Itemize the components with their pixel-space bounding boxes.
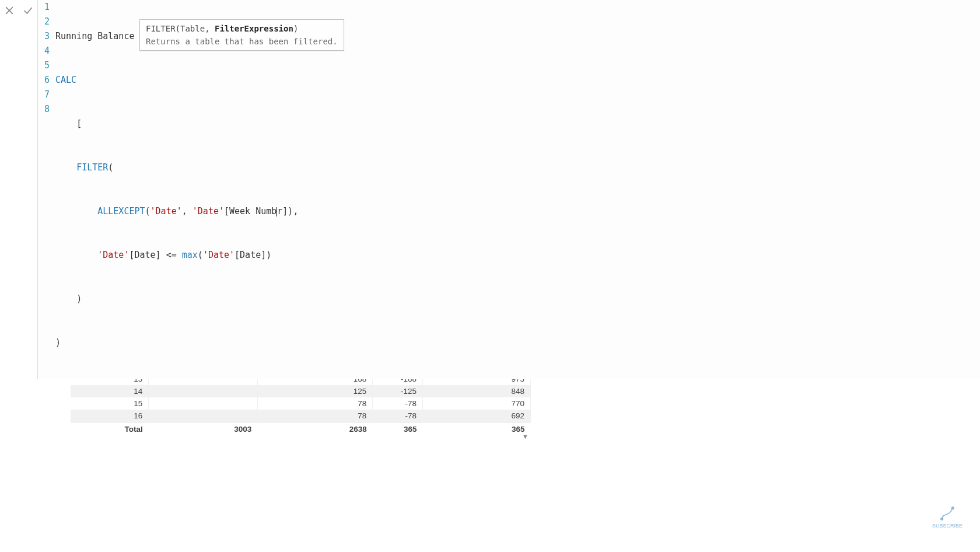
table-cell: [149, 397, 258, 410]
intellisense-tooltip: FILTER(Table, FilterExpression) Returns …: [139, 19, 344, 51]
table-cell: -125: [373, 385, 423, 397]
code-text: CALC: [55, 75, 76, 85]
code-text: 'Date': [203, 250, 235, 260]
code-text: [Date]): [235, 250, 271, 260]
code-text: 'Date': [97, 250, 129, 260]
table-cell: 16: [71, 410, 149, 422]
table-cell: 78: [257, 410, 372, 422]
table-row[interactable]: 1578-78770: [71, 397, 531, 410]
table-cell: [149, 385, 258, 397]
svg-point-0: [941, 518, 943, 520]
commit-icon[interactable]: [22, 5, 34, 18]
total-cell: 365: [373, 422, 423, 436]
tooltip-sig: FILTER(Table,: [146, 24, 215, 33]
table-cell: 848: [423, 385, 531, 397]
tooltip-desc: Returns a table that has been filtered.: [146, 35, 338, 48]
code-text: ALLEXCEPT: [97, 206, 145, 216]
total-label: Total: [71, 422, 149, 436]
code-text: (: [198, 250, 203, 260]
code-text: FILTER: [76, 162, 108, 173]
table-cell: [149, 410, 258, 422]
code-text: [Week Numb: [224, 206, 276, 216]
total-cell: 365: [423, 422, 531, 436]
svg-point-1: [952, 507, 954, 509]
table-cell: 14: [71, 385, 149, 397]
code-text: max: [182, 250, 198, 260]
code-body[interactable]: Running Balance = CALC [ FILTER( ALLEXCE…: [55, 0, 980, 379]
code-text: Running Balance =: [55, 31, 145, 41]
total-cell: 2638: [257, 422, 372, 436]
formula-bar: 1 2 3 4 5 6 7 8 Running Balance = CALC […: [0, 0, 980, 379]
formula-editor[interactable]: 1 2 3 4 5 6 7 8 Running Balance = CALC […: [37, 0, 980, 379]
code-text: [: [76, 118, 82, 129]
code-text: ,: [182, 206, 192, 216]
total-cell: 3003: [149, 422, 258, 436]
code-text: 'Date': [150, 206, 182, 216]
tooltip-sig: ): [293, 24, 298, 33]
code-text: ): [55, 337, 61, 348]
table-cell: -78: [373, 410, 423, 422]
cancel-icon[interactable]: [4, 5, 15, 18]
table-row[interactable]: 1678-78692: [71, 410, 531, 422]
table-cell: 15: [71, 397, 149, 410]
table-cell: 770: [423, 397, 531, 410]
code-text: (: [145, 206, 150, 216]
table-cell: 125: [257, 385, 372, 397]
watermark-text: SUBSCRIBE: [932, 523, 963, 529]
tooltip-sig-active: FilterExpression: [215, 24, 293, 33]
code-text: ): [76, 294, 82, 304]
code-text: 'Date': [192, 206, 224, 216]
table-cell: -78: [373, 397, 423, 410]
code-text: [Date] <=: [129, 250, 181, 260]
scroll-down-icon[interactable]: ▼: [522, 433, 528, 440]
table-cell: 692: [423, 410, 531, 422]
table-cell: 78: [257, 397, 372, 410]
line-gutter: 1 2 3 4 5 6 7 8: [38, 0, 53, 117]
code-text: r]),: [277, 206, 298, 216]
table-row[interactable]: 14125-125848: [71, 385, 531, 397]
subscribe-watermark: SUBSCRIBE: [932, 505, 963, 529]
code-text: (: [108, 162, 113, 173]
